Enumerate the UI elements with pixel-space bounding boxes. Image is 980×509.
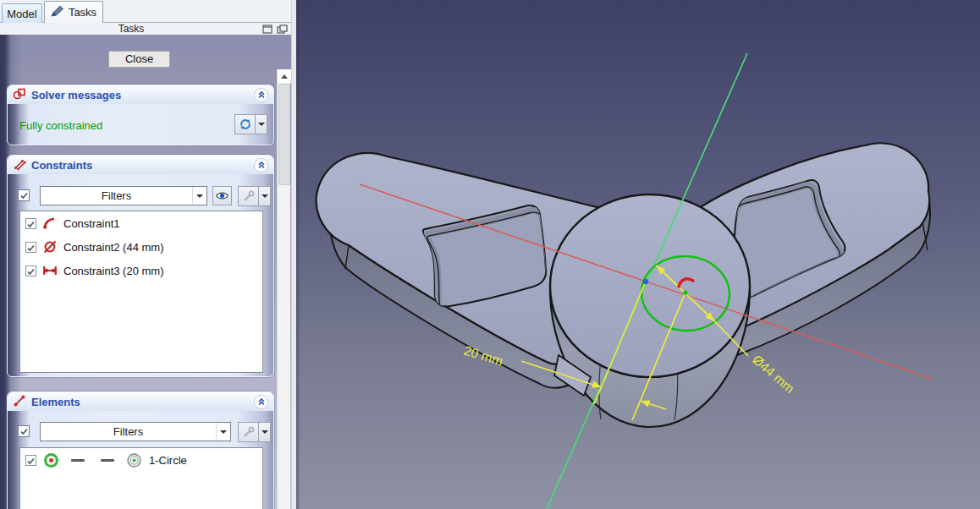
- arc-constraint-icon: [42, 216, 58, 231]
- tab-tasks[interactable]: Tasks: [44, 1, 103, 23]
- constraint-row[interactable]: Constraint3 (20 mm): [20, 259, 262, 282]
- element-settings-dropdown[interactable]: [259, 422, 271, 442]
- constraints-icon: [13, 157, 26, 173]
- solver-status: Fully constrained: [19, 119, 102, 132]
- freecad-window: Model Tasks Tasks Close: [0, 0, 980, 509]
- chevron-down-icon: [216, 423, 230, 441]
- circle-center-point[interactable]: [683, 290, 687, 294]
- eye-icon: [215, 190, 229, 201]
- collapse-chevron-icon[interactable]: [254, 158, 268, 172]
- dash-icon: [71, 459, 85, 462]
- constraints-filter-checkbox[interactable]: [18, 189, 30, 201]
- constraint-settings-dropdown[interactable]: [259, 186, 271, 206]
- viewport-left-shadow: [296, 0, 300, 509]
- refresh-dropdown-button[interactable]: [256, 114, 267, 134]
- origin-point[interactable]: [643, 279, 648, 284]
- collapse-chevron-icon[interactable]: [254, 88, 268, 102]
- constraints-group: Constraints Filters: [7, 155, 274, 377]
- constraint-row[interactable]: Constraint2 (44 mm): [20, 235, 262, 259]
- panel-scrollbar[interactable]: [277, 69, 290, 509]
- panel-tab-bar: Model Tasks: [0, 0, 291, 23]
- constraint-checkbox[interactable]: [25, 218, 36, 229]
- element-label: 1-Circle: [149, 454, 187, 467]
- viewport-canvas[interactable]: 20 mm Ø44 mm: [296, 0, 980, 509]
- hub-top-face[interactable]: [550, 194, 750, 377]
- show-hide-constraints-button[interactable]: [212, 186, 232, 205]
- elements-icon: [13, 394, 26, 410]
- close-button[interactable]: Close: [108, 51, 170, 68]
- wrench-icon: [242, 426, 255, 439]
- element-checkbox[interactable]: [25, 455, 36, 466]
- constraint-row[interactable]: Constraint1: [20, 211, 262, 235]
- popout-panel-icon[interactable]: [277, 25, 288, 34]
- solver-messages-group: Solver messages Fully constrained: [7, 85, 274, 145]
- scrollbar-thumb[interactable]: [278, 84, 290, 185]
- filters-value: Filters: [41, 425, 216, 438]
- wrench-icon: [242, 190, 255, 203]
- refresh-button[interactable]: [234, 114, 256, 134]
- panel-title: Tasks: [0, 23, 262, 35]
- elements-list[interactable]: 1-Circle: [19, 447, 263, 509]
- filters-value: Filters: [41, 189, 192, 202]
- element-row[interactable]: 1-Circle: [20, 448, 262, 472]
- constraints-title: Constraints: [31, 159, 92, 172]
- pen-icon: [51, 5, 64, 19]
- tab-model[interactable]: Model: [2, 3, 42, 23]
- constraints-filters-combobox[interactable]: Filters: [40, 186, 207, 205]
- refresh-split-button: [234, 114, 267, 134]
- collapse-chevron-icon[interactable]: [254, 395, 268, 409]
- circle-element-icon: [42, 452, 60, 469]
- construction-circle-icon: [125, 452, 143, 469]
- solver-messages-header[interactable]: Solver messages: [8, 85, 273, 104]
- elements-filters-combobox[interactable]: Filters: [40, 422, 231, 441]
- task-panel: Model Tasks Tasks Close: [0, 0, 291, 509]
- solver-icon: [13, 87, 26, 103]
- elements-header[interactable]: Elements: [8, 392, 273, 411]
- constraints-list[interactable]: Constraint1 Constraint2 (44 mm): [19, 211, 263, 373]
- refresh-icon: [239, 118, 252, 131]
- tab-tasks-label: Tasks: [69, 6, 96, 19]
- element-settings-split-button: [238, 422, 271, 442]
- 3d-viewport[interactable]: 20 mm Ø44 mm: [296, 0, 980, 509]
- constraint-label: Constraint2 (44 mm): [63, 241, 163, 254]
- constraint-checkbox[interactable]: [25, 242, 36, 253]
- diameter-constraint-icon: [42, 239, 58, 254]
- solver-messages-title: Solver messages: [31, 89, 121, 101]
- tab-model-label: Model: [7, 8, 36, 20]
- panel-title-bar: Tasks: [0, 23, 291, 35]
- constraint-settings-split-button: [238, 186, 271, 206]
- element-settings-button[interactable]: [238, 422, 259, 442]
- elements-group: Elements Filters: [7, 391, 274, 509]
- constraint-label: Constraint3 (20 mm): [63, 265, 163, 277]
- elements-filter-checkbox[interactable]: [18, 425, 30, 437]
- horizontal-distance-constraint-icon: [42, 263, 58, 278]
- float-panel-icon[interactable]: [262, 25, 273, 34]
- constraints-header[interactable]: Constraints: [8, 156, 273, 174]
- task-panel-content: Close Solver messages Fully constrai: [0, 35, 291, 509]
- constraint-settings-button[interactable]: [238, 186, 259, 206]
- scroll-up-icon[interactable]: [278, 69, 291, 83]
- constraint-checkbox[interactable]: [25, 265, 36, 276]
- chevron-down-icon: [192, 187, 206, 205]
- elements-title: Elements: [31, 396, 80, 408]
- constraint-label: Constraint1: [63, 217, 119, 230]
- dash-icon: [101, 459, 114, 462]
